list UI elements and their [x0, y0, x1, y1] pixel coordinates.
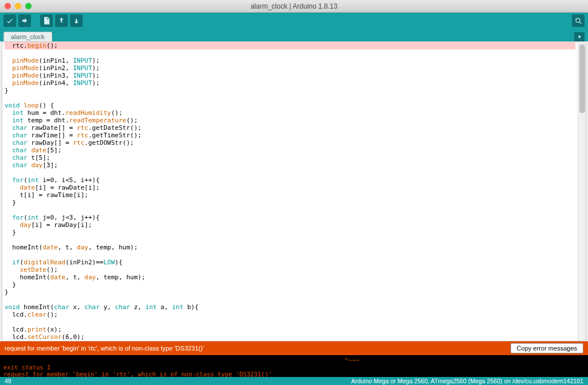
status-bar: 49 Arduino Mega or Mega 2560, ATmega2560… — [0, 377, 588, 385]
new-button[interactable] — [40, 14, 53, 27]
board-info: Arduino Mega or Mega 2560, ATmega2560 (M… — [351, 378, 583, 384]
maximize-icon[interactable] — [25, 3, 32, 9]
tab-alarm-clock[interactable]: alarm_clock — [3, 32, 52, 41]
open-button[interactable] — [55, 14, 68, 27]
console-line: request for member 'begin' in 'rtc', whi… — [3, 371, 272, 377]
toolbar — [0, 13, 588, 29]
svg-point-0 — [576, 18, 580, 22]
save-button[interactable] — [70, 14, 83, 27]
console-caret: ^~~~ — [3, 357, 359, 364]
upload-button[interactable] — [18, 14, 31, 27]
scroll-thumb[interactable] — [579, 44, 585, 113]
copy-error-button[interactable]: Copy error messages — [510, 343, 583, 353]
verify-button[interactable] — [3, 14, 16, 27]
code-editor[interactable]: rtc.begin(); pinMode(inPin1, INPUT); pin… — [2, 42, 578, 341]
tabs-row: alarm_clock ▾ — [0, 29, 588, 41]
minimize-icon[interactable] — [15, 3, 21, 9]
console-output[interactable]: ^~~~ exit status 1 request for member 'b… — [0, 355, 588, 377]
error-line: rtc.begin(); — [5, 42, 575, 49]
serial-monitor-button[interactable] — [572, 14, 585, 27]
console-line: exit status 1 — [3, 364, 51, 371]
title-bar: alarm_clock | Arduino 1.8.13 — [0, 0, 588, 13]
vertical-scrollbar[interactable] — [578, 42, 586, 341]
close-icon[interactable] — [5, 3, 11, 9]
tab-menu-dropdown[interactable]: ▾ — [574, 32, 585, 41]
editor-pane: rtc.begin(); pinMode(inPin1, INPUT); pin… — [2, 41, 586, 341]
line-number: 49 — [5, 378, 11, 384]
window-title: alarm_clock | Arduino 1.8.13 — [5, 2, 583, 10]
error-banner: request for member 'begin' in 'rtc', whi… — [0, 341, 588, 355]
window-controls — [5, 3, 32, 9]
error-message: request for member 'begin' in 'rtc', whi… — [5, 345, 204, 352]
